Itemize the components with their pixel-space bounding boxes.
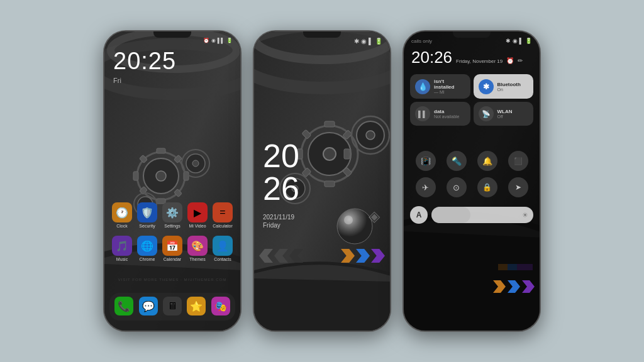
fingerprint-icon[interactable]: ◈ [369,207,380,225]
svg-point-24 [323,148,336,160]
svg-rect-28 [344,149,350,159]
app-music[interactable]: 🎵 Music [111,236,133,261]
app-contacts[interactable]: 👤 Contacts [211,236,234,261]
status-bar1: ⏰ ◉ ▌▌ 🔋 [104,38,240,43]
screenshot-btn[interactable]: ⬛ [508,151,528,171]
svg-point-40 [344,216,353,224]
tile-water[interactable]: 💧 isn't installed — MI [410,74,470,99]
phone3-time: 20:26 [411,48,452,67]
svg-point-5 [156,171,166,181]
app-themes[interactable]: 🎨 Themes [186,236,209,261]
date-display: Fri [113,77,121,84]
brightness-area: A ☀ [410,206,533,224]
svg-rect-25 [325,121,335,127]
quick-toggles-row2: ✈ ⊙ 🔒 ➤ [410,177,533,197]
alarm-icon3: ⏰ [506,57,514,64]
app-security[interactable]: 🛡️ Security [136,202,158,228]
wifi-icon2: ▌ [369,38,373,45]
brightness-a-circle[interactable]: A [410,206,428,224]
svg-rect-6 [157,148,165,153]
airplane-btn[interactable]: ✈ [416,177,436,197]
app-row-1: 🕐 Clock 🛡️ Security ⚙️ Settings ▶ Mi Vid… [109,202,235,228]
svg-rect-8 [133,172,138,180]
bluetooth-sub: On [497,87,521,92]
water-sub: — MI [434,90,465,94]
water-icon: 💧 [415,79,430,94]
app-row-2: 🎵 Music 🌐 Chrome 📅 Calendar 🎨 Themes 👤 [109,236,235,261]
svg-point-39 [337,209,372,244]
battery-icon2: 🔋 [375,38,382,45]
edit-icon3: ✏ [518,57,523,64]
tile-wlan[interactable]: 📡 WLAN Off [474,102,534,126]
app-grid: 🕐 Clock 🛡️ Security ⚙️ Settings ▶ Mi Vid… [104,202,240,261]
app-calendar[interactable]: 📅 Calendar [161,236,184,261]
signal-icon: ▌▌ [218,38,225,43]
wlan-icon: 📡 [479,106,494,121]
svg-point-16 [192,160,199,167]
wallpaper1 [104,31,240,331]
control-grid: 💧 isn't installed — MI ✱ Bluetooth On ▌▌… [410,74,533,126]
status-bar3: calls only ✱ ◉ ▌ 🔋 [404,38,540,44]
flashlight-btn[interactable]: 🔦 [447,151,467,171]
wlan-title: WLAN [497,109,513,114]
signal-icon3: ◉ [513,38,518,44]
arrow1 [341,249,355,263]
quick-toggles-row1: 📳 🔦 🔔 ⬛ [410,151,533,171]
app-clock[interactable]: 🕐 Clock [111,202,133,228]
phone2: ✱ ◉ ▌ 🔋 20 26 2021/11/19 Friday ◈ [253,30,391,332]
arrow-l3 [289,249,303,263]
wlan-sub: Off [497,114,513,119]
ctrl-arrow3 [522,280,535,293]
phone1: ⏰ ◉ ▌▌ 🔋 20:25 Fri 🕐 Clock 🛡️ Security [103,30,242,332]
alarm-icon: ⏰ [203,38,209,43]
bluetooth-icon: ✱ [479,79,494,94]
watermark: VISIT FOR MORE THEMES - MIUITHEMER.COM [104,278,240,282]
tile-bluetooth[interactable]: ✱ Bluetooth On [474,74,534,99]
arrow3 [371,249,385,263]
dock: 📞 💬 🖥 ⭐ 🎭 [109,293,235,321]
dock-browser[interactable]: 🖥 [161,297,184,317]
status-bar2: ✱ ◉ ▌ 🔋 [254,38,390,45]
data-icon: ▌▌ [415,106,430,121]
brightness-btn[interactable]: ⊙ [447,177,467,197]
day-label: Friday [263,222,280,229]
battery-icon: 🔋 [226,38,233,43]
ctrl-arrow1 [493,280,506,293]
calls-only: calls only [411,38,432,44]
slider-fill [431,207,470,223]
arrows-right [341,249,385,263]
dock-messages[interactable]: 💬 [137,297,160,317]
app-mivideo[interactable]: ▶ Mi Video [186,202,209,228]
settings-icon-small: ◉ [211,38,216,43]
wifi-icon3: ▌ [519,38,523,44]
dock-phone[interactable]: 📞 [113,297,135,317]
vibrate-btn[interactable]: 📳 [416,151,436,171]
dock-extra[interactable]: 🎭 [209,297,232,317]
time-row3: 20:26 Friday, November 19 ⏰ ✏ [411,48,523,67]
phone3: calls only ✱ ◉ ▌ 🔋 20:26 Friday, Novembe… [402,30,541,332]
bluetooth-title: Bluetooth [497,82,521,87]
signal-icon2: ◉ [361,38,367,45]
app-calculator[interactable]: = Calculator [211,202,234,228]
bt-icon2: ✱ [354,38,359,45]
data-sub: Not available [434,114,459,119]
arrow-l2 [274,249,288,263]
time-display: 20:25 [113,48,176,75]
phone3-date: Friday, November 19 [456,58,502,64]
lock-btn[interactable]: 🔒 [477,177,497,197]
ctrl-arrows [493,280,535,293]
brightness-slider[interactable]: ☀ [431,207,533,223]
battery-icon3: 🔋 [525,38,532,44]
arrow2 [356,249,370,263]
water-title: isn't installed [434,79,465,90]
arrows-left [259,249,303,263]
tile-data[interactable]: ▌▌ data Not available [410,102,470,126]
svg-rect-26 [325,181,335,187]
date-small: 2021/11/19 [263,214,294,221]
bell-btn[interactable]: 🔔 [477,151,497,171]
location-btn[interactable]: ➤ [508,177,528,197]
dock-star[interactable]: ⭐ [185,297,208,317]
app-settings[interactable]: ⚙️ Settings [161,202,184,228]
app-chrome[interactable]: 🌐 Chrome [136,236,158,261]
ctrl-arrow2 [508,280,520,293]
